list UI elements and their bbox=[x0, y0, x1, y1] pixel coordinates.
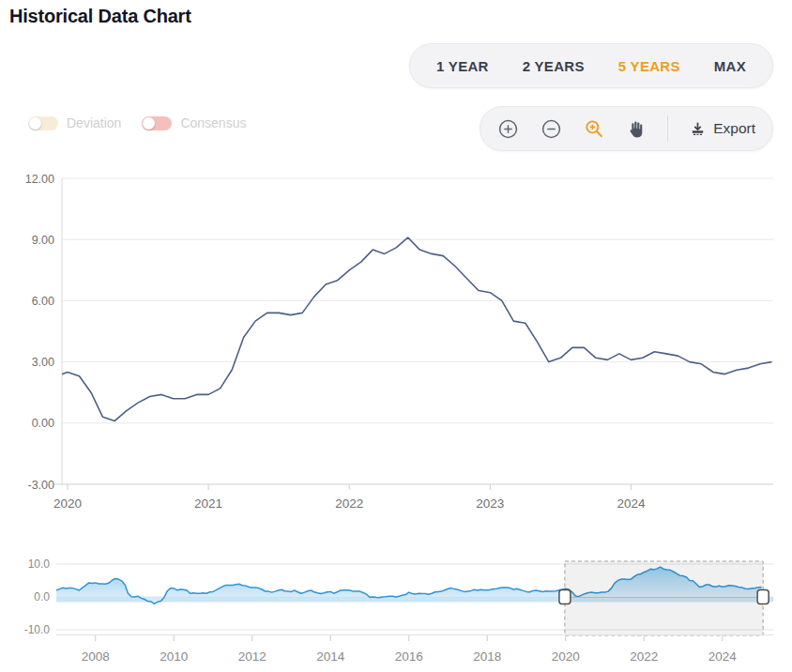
zoom-selection-icon bbox=[584, 118, 604, 139]
zoom-in-icon bbox=[497, 118, 519, 140]
nav-x-tick-label: 2010 bbox=[160, 649, 188, 664]
main-x-tick-label: 2020 bbox=[53, 496, 82, 511]
toggle-knob bbox=[29, 117, 41, 130]
navigator-handle-right[interactable] bbox=[757, 590, 769, 604]
main-y-tick-label: 12.00 bbox=[25, 173, 54, 186]
zoom-out-button[interactable] bbox=[541, 118, 562, 140]
nav-y-tick-label: -10.0 bbox=[24, 623, 51, 636]
zoom-selection-button[interactable] bbox=[584, 118, 604, 139]
download-icon bbox=[690, 121, 706, 137]
zoom-in-button[interactable] bbox=[497, 118, 519, 140]
main-y-tick-label: 3.00 bbox=[32, 356, 54, 369]
nav-x-tick-label: 2020 bbox=[552, 649, 580, 664]
nav-x-tick-label: 2016 bbox=[395, 649, 423, 664]
main-x-tick-label: 2022 bbox=[335, 496, 363, 511]
consensus-toggle[interactable] bbox=[142, 116, 172, 130]
nav-y-tick-label: 0.0 bbox=[34, 590, 50, 603]
range-button-max[interactable]: MAX bbox=[697, 44, 763, 87]
main-x-tick-label: 2021 bbox=[194, 496, 222, 511]
range-button-1-year[interactable]: 1 YEAR bbox=[419, 44, 506, 87]
nav-y-tick-label: 10.0 bbox=[28, 557, 51, 571]
export-label: Export bbox=[713, 120, 755, 137]
zoom-out-icon bbox=[541, 118, 562, 140]
range-button-2-years[interactable]: 2 YEARS bbox=[506, 44, 602, 87]
nav-x-tick-label: 2018 bbox=[473, 649, 501, 664]
chart-toolbar: Export bbox=[480, 106, 773, 151]
main-chart: 12.009.006.003.000.00-3.0020202021202220… bbox=[25, 173, 773, 512]
chart-svg: 12.009.006.003.000.00-3.0020202021202220… bbox=[0, 0, 792, 672]
navigator-handle-left[interactable] bbox=[559, 590, 571, 604]
deviation-toggle[interactable] bbox=[28, 116, 58, 130]
legend-item-deviation[interactable]: Deviation bbox=[28, 115, 121, 130]
range-selector: 1 YEAR 2 YEARS 5 YEARS MAX bbox=[409, 43, 773, 88]
nav-x-tick-label: 2012 bbox=[238, 649, 267, 664]
pan-button[interactable] bbox=[626, 119, 646, 139]
main-y-tick-label: 0.00 bbox=[32, 417, 54, 430]
nav-x-tick-label: 2024 bbox=[708, 649, 738, 664]
legend-label: Deviation bbox=[67, 115, 121, 130]
nav-x-tick-label: 2014 bbox=[316, 649, 345, 664]
navigator-selection[interactable] bbox=[565, 561, 763, 635]
series-legend: Deviation Consensus bbox=[28, 115, 246, 130]
toggle-knob bbox=[143, 117, 155, 130]
pan-icon bbox=[626, 119, 646, 139]
main-x-tick-label: 2023 bbox=[476, 496, 504, 511]
main-y-tick-label: -3.00 bbox=[28, 479, 55, 492]
main-plot-area[interactable] bbox=[62, 178, 773, 484]
nav-x-tick-label: 2008 bbox=[82, 649, 110, 664]
main-y-tick-label: 6.00 bbox=[32, 295, 54, 308]
nav-x-tick-label: 2022 bbox=[630, 649, 658, 664]
range-button-5-years[interactable]: 5 YEARS bbox=[602, 44, 697, 87]
page-title: Historical Data Chart bbox=[9, 6, 191, 27]
main-y-tick-label: 9.00 bbox=[32, 234, 54, 247]
navigator: 10.00.0-10.02008201020122014201620182020… bbox=[24, 557, 773, 664]
export-button[interactable]: Export bbox=[690, 120, 755, 137]
legend-label: Consensus bbox=[180, 115, 246, 130]
toolbar-divider bbox=[667, 115, 668, 142]
legend-item-consensus[interactable]: Consensus bbox=[142, 115, 246, 130]
main-x-tick-label: 2024 bbox=[617, 496, 646, 511]
